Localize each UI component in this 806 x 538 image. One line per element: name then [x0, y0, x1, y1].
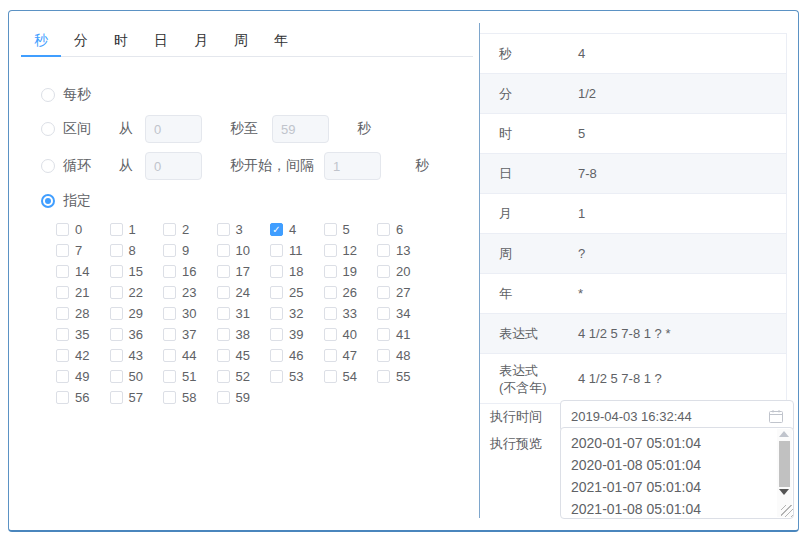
radio-loop[interactable] — [41, 159, 55, 173]
checkbox-24[interactable]: 24 — [217, 282, 271, 303]
tab-second[interactable]: 秒 — [21, 24, 61, 56]
checkbox-46[interactable]: 46 — [270, 345, 324, 366]
checkbox-37[interactable]: 37 — [163, 324, 217, 345]
checkbox-11[interactable]: 11 — [270, 240, 324, 261]
tab-month[interactable]: 月 — [181, 24, 221, 56]
checkbox-icon — [324, 244, 337, 257]
checkbox-25[interactable]: 25 — [270, 282, 324, 303]
checkbox-35[interactable]: 35 — [56, 324, 110, 345]
checkbox-26[interactable]: 26 — [324, 282, 378, 303]
checkbox-icon — [163, 244, 176, 257]
checkbox-38[interactable]: 38 — [217, 324, 271, 345]
checkbox-36[interactable]: 36 — [110, 324, 164, 345]
scrollbar[interactable] — [777, 429, 792, 517]
checkbox-label: 20 — [396, 264, 410, 279]
tab-hour[interactable]: 时 — [101, 24, 141, 56]
checkbox-51[interactable]: 51 — [163, 366, 217, 387]
radio-every[interactable] — [41, 88, 55, 102]
exec-preview-textarea[interactable]: 2020-01-07 05:01:04 2020-01-08 05:01:04 … — [560, 427, 794, 519]
checkbox-34[interactable]: 34 — [377, 303, 431, 324]
checkbox-label: 22 — [129, 285, 143, 300]
result-row-value: 4 1/2 5 7-8 1 ? — [558, 371, 786, 386]
checkbox-54[interactable]: 54 — [324, 366, 378, 387]
checkbox-13[interactable]: 13 — [377, 240, 431, 261]
checkbox-42[interactable]: 42 — [56, 345, 110, 366]
checkbox-9[interactable]: 9 — [163, 240, 217, 261]
checkbox-label: 30 — [182, 306, 196, 321]
checkbox-41[interactable]: 41 — [377, 324, 431, 345]
checkbox-17[interactable]: 17 — [217, 261, 271, 282]
checkbox-icon — [324, 349, 337, 362]
checkbox-40[interactable]: 40 — [324, 324, 378, 345]
checkbox-30[interactable]: 30 — [163, 303, 217, 324]
checkbox-icon — [163, 286, 176, 299]
checkbox-4[interactable]: ✓4 — [270, 219, 324, 240]
result-row-label: 分 — [480, 85, 558, 102]
checkbox-28[interactable]: 28 — [56, 303, 110, 324]
checkbox-6[interactable]: 6 — [377, 219, 431, 240]
checkbox-52[interactable]: 52 — [217, 366, 271, 387]
checkbox-45[interactable]: 45 — [217, 345, 271, 366]
tab-minute[interactable]: 分 — [61, 24, 101, 56]
result-row: 年* — [480, 274, 786, 314]
checkbox-23[interactable]: 23 — [163, 282, 217, 303]
checkbox-12[interactable]: 12 — [324, 240, 378, 261]
tab-year[interactable]: 年 — [261, 24, 301, 56]
checkbox-57[interactable]: 57 — [110, 387, 164, 408]
checkbox-27[interactable]: 27 — [377, 282, 431, 303]
checkbox-39[interactable]: 39 — [270, 324, 324, 345]
checkbox-0[interactable]: 0 — [56, 219, 110, 240]
range-to-input[interactable] — [272, 115, 329, 143]
checkbox-20[interactable]: 20 — [377, 261, 431, 282]
checkbox-31[interactable]: 31 — [217, 303, 271, 324]
checkbox-22[interactable]: 22 — [110, 282, 164, 303]
checkbox-33[interactable]: 33 — [324, 303, 378, 324]
checkbox-56[interactable]: 56 — [56, 387, 110, 408]
loop-step-input[interactable] — [324, 152, 381, 180]
checkbox-icon — [56, 307, 69, 320]
radio-specify[interactable] — [41, 194, 55, 208]
checkbox-16[interactable]: 16 — [163, 261, 217, 282]
checkbox-18[interactable]: 18 — [270, 261, 324, 282]
tab-week[interactable]: 周 — [221, 24, 261, 56]
checkbox-3[interactable]: 3 — [217, 219, 271, 240]
checkbox-43[interactable]: 43 — [110, 345, 164, 366]
tab-day[interactable]: 日 — [141, 24, 181, 56]
checkbox-15[interactable]: 15 — [110, 261, 164, 282]
checkbox-icon — [377, 265, 390, 278]
checkbox-47[interactable]: 47 — [324, 345, 378, 366]
checkbox-10[interactable]: 10 — [217, 240, 271, 261]
scrollbar-thumb[interactable] — [779, 441, 790, 487]
checkbox-29[interactable]: 29 — [110, 303, 164, 324]
resize-grip-icon[interactable] — [781, 505, 793, 517]
checkbox-19[interactable]: 19 — [324, 261, 378, 282]
scroll-down-icon[interactable] — [779, 489, 789, 495]
checkbox-32[interactable]: 32 — [270, 303, 324, 324]
checkbox-58[interactable]: 58 — [163, 387, 217, 408]
checkbox-icon — [324, 223, 337, 236]
checkbox-14[interactable]: 14 — [56, 261, 110, 282]
range-from-input[interactable] — [145, 115, 202, 143]
checkbox-48[interactable]: 48 — [377, 345, 431, 366]
checkbox-2[interactable]: 2 — [163, 219, 217, 240]
checkbox-icon — [217, 349, 230, 362]
checkbox-49[interactable]: 49 — [56, 366, 110, 387]
radio-range[interactable] — [41, 122, 55, 136]
checkbox-55[interactable]: 55 — [377, 366, 431, 387]
checkbox-label: 8 — [129, 243, 136, 258]
checkbox-44[interactable]: 44 — [163, 345, 217, 366]
checkbox-53[interactable]: 53 — [270, 366, 324, 387]
checkbox-icon — [56, 244, 69, 257]
checkbox-icon — [217, 391, 230, 404]
checkbox-21[interactable]: 21 — [56, 282, 110, 303]
loop-from-input[interactable] — [145, 152, 202, 180]
result-row-value: 4 — [558, 46, 786, 61]
checkbox-5[interactable]: 5 — [324, 219, 378, 240]
checkbox-1[interactable]: 1 — [110, 219, 164, 240]
checkbox-59[interactable]: 59 — [217, 387, 271, 408]
checkbox-8[interactable]: 8 — [110, 240, 164, 261]
scroll-up-icon[interactable] — [779, 431, 789, 437]
checkbox-label: 11 — [289, 243, 303, 258]
checkbox-7[interactable]: 7 — [56, 240, 110, 261]
checkbox-50[interactable]: 50 — [110, 366, 164, 387]
